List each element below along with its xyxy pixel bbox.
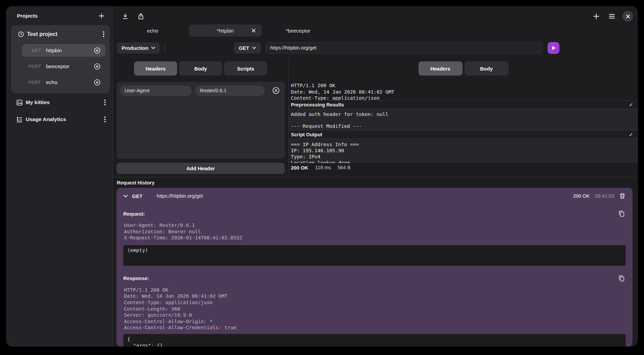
sidebar-item-echo[interactable]: POST echo (22, 76, 106, 88)
preprocessing-section-bar[interactable]: Preprocessing Results ✓ (289, 100, 638, 109)
app-window: Projects Test project (6, 6, 638, 347)
menu-button[interactable] (607, 11, 617, 21)
project-group: Test project GET httpbin (11, 25, 110, 93)
history-url: https://httpbin.org/get (157, 193, 203, 199)
close-window-button[interactable] (622, 11, 633, 22)
environment-selector[interactable]: Production (117, 42, 160, 54)
project-group-header[interactable]: Test project (14, 28, 107, 41)
remove-request-button[interactable] (92, 45, 102, 56)
check-icon: ✓ (629, 102, 633, 108)
sidebar-item-beeceptor[interactable]: POST beeceptor (22, 60, 106, 73)
folder-menu-button[interactable] (103, 115, 107, 124)
request-bar: Production GET (113, 39, 638, 59)
response-panel-tabs: Headers Body (289, 61, 638, 76)
tab-response-body[interactable]: Body (465, 61, 509, 76)
folder-name-label: Usage Analytics (26, 116, 66, 122)
document-tabstrip: echo *httpbin *beeceptor (113, 23, 638, 39)
tab-beeceptor[interactable]: *beeceptor (262, 24, 335, 37)
tab-request-scripts[interactable]: Scripts (224, 61, 267, 76)
response-headers-text: HTTP/1.1 200 OK Date: Wed, 14 Jan 2026 0… (289, 82, 638, 100)
request-method-label: POST (25, 80, 41, 85)
history-response-headers: HTTP/1.1 200 OK Date: Wed, 14 Jan 2026 0… (124, 287, 626, 331)
request-name-label: beeceptor (46, 63, 69, 70)
tab-echo[interactable]: echo (116, 24, 189, 37)
add-project-button[interactable] (97, 11, 106, 21)
x-icon (252, 28, 256, 33)
copy-icon (619, 211, 624, 217)
sidebar-item-usage-analytics[interactable]: Usage Analytics (6, 112, 112, 127)
tab-label: *httpbin (217, 28, 234, 34)
response-label: Response: (123, 275, 149, 281)
history-entry: GET https://httpbin.org/get 200 OK 09:41… (116, 188, 632, 347)
header-key-input[interactable] (120, 85, 192, 96)
send-request-button[interactable] (548, 42, 559, 54)
request-section-header: Request: (123, 209, 626, 218)
method-selector[interactable]: GET (234, 42, 261, 54)
remove-request-button[interactable] (92, 61, 102, 72)
request-panel-tabs: Headers Body Scripts (113, 61, 288, 76)
delete-history-button[interactable] (619, 192, 626, 200)
chevron-down-icon[interactable] (123, 195, 128, 198)
request-name-label: httpbin (46, 47, 62, 54)
preprocessing-output: Added auth header for token: null --- Re… (289, 109, 638, 130)
close-tab-button[interactable] (250, 27, 257, 34)
history-entry-header[interactable]: GET https://httpbin.org/get 200 OK 09:41… (123, 188, 626, 204)
trash-icon (620, 193, 625, 199)
history-time: 09:41:03 (595, 193, 614, 199)
history-method: GET (132, 193, 143, 199)
image-icon (17, 100, 22, 105)
import-button[interactable] (120, 11, 130, 21)
kebab-icon (104, 116, 106, 122)
new-tab-button[interactable] (591, 11, 601, 21)
list-icon (17, 117, 22, 122)
header-value-input[interactable] (195, 85, 265, 96)
project-menu-button[interactable] (102, 30, 106, 39)
remove-circle-icon (93, 79, 101, 86)
status-time: 118 ms (315, 165, 331, 170)
folder-menu-button[interactable] (103, 98, 107, 107)
tab-label: *beeceptor (286, 28, 310, 34)
url-input[interactable] (265, 42, 542, 54)
chevron-down-icon (151, 47, 155, 49)
top-toolbar (113, 6, 638, 23)
sidebar: Projects Test project (6, 6, 113, 347)
toolbar-divider (165, 43, 165, 53)
headers-editor (116, 82, 285, 159)
remove-request-button[interactable] (92, 77, 102, 87)
copy-icon (619, 275, 624, 281)
add-header-button[interactable]: Add Header (116, 163, 285, 174)
close-icon (626, 14, 630, 19)
tab-request-body[interactable]: Body (179, 61, 222, 76)
script-output-title: Script Output (291, 132, 322, 137)
copy-request-button[interactable] (618, 209, 626, 218)
sidebar-item-httpbin[interactable]: GET httpbin (22, 44, 106, 57)
copy-response-button[interactable] (618, 274, 626, 283)
sidebar-header: Projects (6, 6, 112, 24)
play-icon (551, 45, 556, 51)
preprocessing-title: Preprocessing Results (291, 102, 344, 107)
kebab-icon (103, 31, 104, 37)
sidebar-item-my-kitties[interactable]: My kitties (6, 95, 112, 110)
projects-title: Projects (17, 13, 38, 19)
script-output-section-bar[interactable]: Script Output ✓ (289, 130, 638, 139)
app-page: Projects Test project (0, 0, 644, 355)
export-button[interactable] (136, 11, 146, 21)
hamburger-icon (608, 13, 616, 20)
tab-request-headers[interactable]: Headers (134, 61, 177, 76)
history-request-body: (empty) (123, 245, 626, 266)
share-icon (137, 13, 145, 20)
response-status-row: 200 OK 118 ms 564 B (289, 163, 638, 172)
script-output-text: === IP Address Info === IP: 195.146.105.… (289, 139, 638, 163)
remove-circle-icon (93, 47, 101, 54)
request-method-label: POST (25, 64, 41, 69)
response-panel: Headers Body HTTP/1.1 200 OK Date: Wed, … (289, 59, 638, 177)
kebab-icon (104, 99, 106, 105)
history-request-headers: User-Agent: Roster/0.6.1 Authorization: … (124, 222, 626, 241)
history-response-body: { "args": {}, "headers": { (123, 334, 626, 347)
history-status: 200 OK (573, 193, 589, 199)
remove-header-button[interactable] (271, 85, 281, 96)
tab-label: echo (147, 28, 158, 34)
request-history: Request History GET https://httpbin.org/… (113, 177, 638, 347)
tab-response-headers[interactable]: Headers (418, 61, 463, 76)
tab-httpbin[interactable]: *httpbin (189, 24, 262, 37)
